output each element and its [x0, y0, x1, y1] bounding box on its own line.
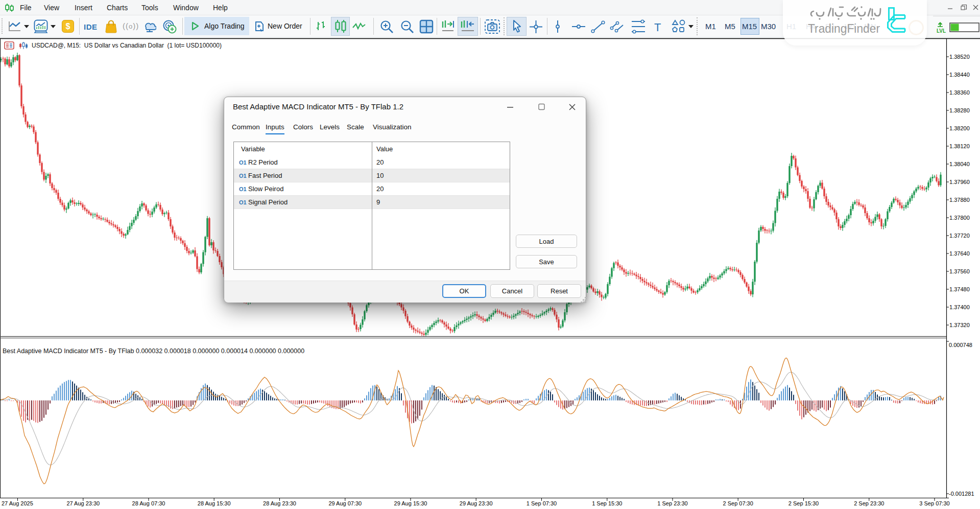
- svg-text:1.37560: 1.37560: [949, 268, 970, 274]
- svg-text:1 Sep 07:30: 1 Sep 07:30: [527, 500, 557, 506]
- svg-text:1.38040: 1.38040: [949, 161, 970, 167]
- svg-text:27 Aug 23:30: 27 Aug 23:30: [66, 500, 100, 506]
- svg-text:1.38440: 1.38440: [949, 72, 970, 78]
- svg-text:-0.001281: -0.001281: [949, 491, 974, 497]
- svg-text:29 Aug 07:30: 29 Aug 07:30: [328, 500, 362, 506]
- svg-text:1.37960: 1.37960: [949, 179, 970, 185]
- svg-text:2 Sep 23:30: 2 Sep 23:30: [854, 500, 884, 506]
- svg-text:1.37320: 1.37320: [949, 322, 970, 328]
- svg-text:LVL: LVL: [937, 28, 946, 34]
- svg-text:1.37640: 1.37640: [949, 250, 970, 257]
- svg-text:1 Sep 23:30: 1 Sep 23:30: [657, 500, 687, 506]
- svg-text:1.38280: 1.38280: [949, 107, 970, 113]
- svg-text:$: $: [66, 22, 70, 31]
- svg-text:1.37880: 1.37880: [949, 197, 970, 203]
- svg-text:TradingFinder: TradingFinder: [808, 22, 880, 35]
- svg-text:1.38520: 1.38520: [949, 54, 970, 60]
- svg-text:1.38120: 1.38120: [949, 143, 970, 149]
- svg-text:1.37480: 1.37480: [949, 286, 970, 292]
- svg-text:2 Sep 07:30: 2 Sep 07:30: [723, 500, 753, 506]
- svg-text:1 Sep 15:30: 1 Sep 15:30: [592, 500, 622, 506]
- svg-text:29 Aug 15:30: 29 Aug 15:30: [394, 500, 427, 506]
- svg-text:28 Aug 07:30: 28 Aug 07:30: [132, 500, 165, 506]
- svg-text:1.37800: 1.37800: [949, 215, 970, 221]
- svg-text:28 Aug 15:30: 28 Aug 15:30: [198, 500, 231, 506]
- svg-text:27 Aug 2025: 27 Aug 2025: [2, 500, 33, 506]
- svg-text:1.38360: 1.38360: [949, 89, 970, 96]
- svg-text:28 Aug 23:30: 28 Aug 23:30: [263, 500, 296, 506]
- svg-text:1.37400: 1.37400: [949, 304, 970, 310]
- svg-text:0.000748: 0.000748: [949, 342, 972, 348]
- svg-text:1.38200: 1.38200: [949, 125, 970, 131]
- svg-text:29 Aug 23:30: 29 Aug 23:30: [460, 500, 493, 506]
- svg-text:1.37720: 1.37720: [949, 233, 970, 239]
- svg-text:3 Sep 07:30: 3 Sep 07:30: [919, 500, 949, 506]
- svg-text:2 Sep 15:30: 2 Sep 15:30: [788, 500, 819, 506]
